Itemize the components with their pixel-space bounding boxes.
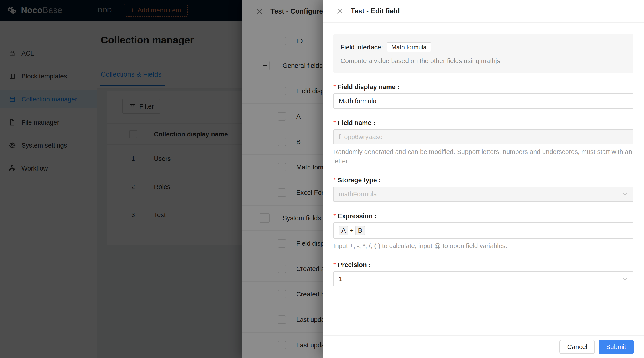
form-item-precision: *Precision : 1 bbox=[333, 261, 633, 286]
edit-field-drawer: Test - Edit field Field interface: Math … bbox=[323, 0, 644, 358]
nocobase-app: NocoBase DDD + Add menu item ACL Block t… bbox=[0, 0, 644, 358]
cancel-button[interactable]: Cancel bbox=[560, 340, 595, 354]
storage-type-select: mathFormula bbox=[333, 186, 633, 202]
form-item-field-display-name: *Field display name : Math formula bbox=[333, 83, 633, 108]
field-label: Storage type : bbox=[338, 176, 381, 184]
required-mark: * bbox=[333, 176, 336, 184]
expression-variable-tag: A bbox=[339, 226, 348, 235]
drawer-body: Field interface: Math formula Compute a … bbox=[323, 23, 644, 335]
operator: + bbox=[350, 227, 354, 234]
field-label: Field name : bbox=[338, 119, 375, 126]
field-label: Precision : bbox=[338, 261, 370, 268]
form-item-field-name: *Field name : f_opp6wryaasc Randomly gen… bbox=[333, 119, 633, 166]
close-icon[interactable] bbox=[336, 7, 344, 16]
required-mark: * bbox=[333, 261, 336, 268]
drawer-footer: Cancel Submit bbox=[323, 335, 644, 358]
form-item-expression: *Expression : A + B Input +, -, *, /, ( … bbox=[333, 212, 633, 250]
interface-description: Compute a value based on the other field… bbox=[340, 57, 626, 65]
required-mark: * bbox=[333, 119, 336, 126]
chevron-down-icon bbox=[622, 191, 628, 198]
form-item-storage-type: *Storage type : mathFormula bbox=[333, 176, 633, 202]
field-display-name-input[interactable]: Math formula bbox=[333, 94, 633, 108]
drawer-title: Test - Edit field bbox=[351, 0, 400, 22]
field-label: Expression : bbox=[338, 212, 376, 220]
field-name-help: Randomly generated and can be modified. … bbox=[333, 147, 633, 166]
field-interface-panel: Field interface: Math formula Compute a … bbox=[333, 34, 633, 73]
field-interface-label: Field interface: bbox=[340, 44, 383, 51]
interface-tag: Math formula bbox=[387, 42, 431, 52]
submit-button[interactable]: Submit bbox=[598, 340, 634, 354]
field-name-input: f_opp6wryaasc bbox=[333, 129, 633, 144]
chevron-down-icon bbox=[622, 276, 628, 282]
expression-help: Input +, -, *, /, ( ) to calculate, inpu… bbox=[333, 241, 633, 250]
expression-input[interactable]: A + B bbox=[333, 222, 633, 238]
drawer-header: Test - Edit field bbox=[323, 0, 644, 23]
field-label: Field display name : bbox=[338, 83, 400, 90]
required-mark: * bbox=[333, 83, 336, 90]
precision-select[interactable]: 1 bbox=[333, 271, 633, 286]
expression-variable-tag: B bbox=[355, 226, 365, 235]
required-mark: * bbox=[333, 212, 336, 220]
